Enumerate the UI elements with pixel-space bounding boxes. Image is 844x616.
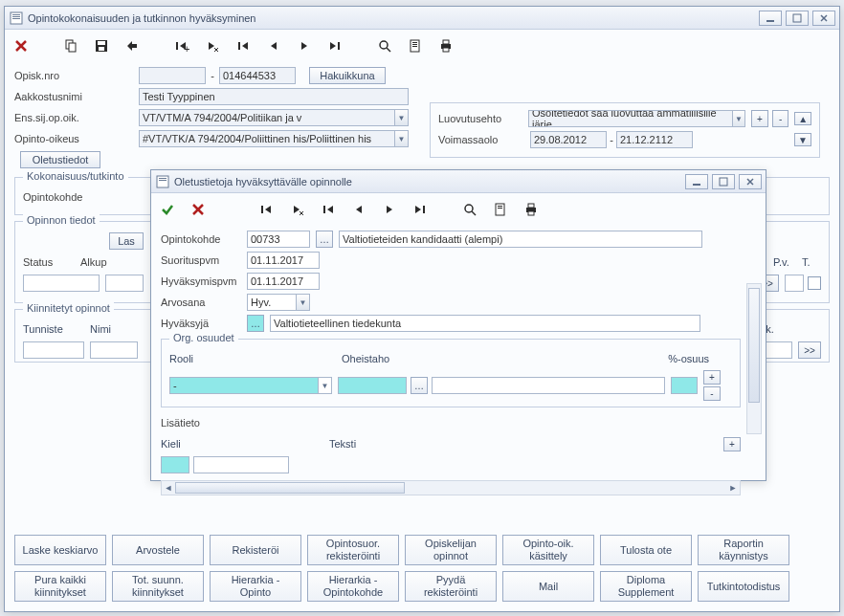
modal-opintokohde-name[interactable]: Valtiotieteiden kandidaatti (alempi) (339, 231, 702, 248)
nav-next-icon[interactable] (379, 199, 400, 220)
save-icon[interactable] (91, 35, 112, 56)
nav-next-icon[interactable] (294, 35, 315, 56)
t-checkbox[interactable] (808, 276, 821, 290)
oletustiedot-button[interactable]: Oletustiedot (20, 151, 100, 168)
nav-prev-icon[interactable] (348, 199, 369, 220)
down-button[interactable]: ▼ (794, 133, 811, 146)
bottom-button-opintosuor-rekister-inti[interactable]: Opintosuor. rekisteröinti (307, 535, 399, 565)
minimize-button[interactable] (685, 174, 708, 189)
close-button[interactable] (812, 11, 835, 26)
opisknro-part2[interactable]: 014644533 (219, 67, 296, 84)
nav-end-icon[interactable] (410, 199, 431, 220)
close-button[interactable] (739, 174, 762, 189)
cancel-icon[interactable] (188, 199, 209, 220)
kieli-field[interactable] (161, 456, 189, 473)
add-button[interactable]: + (723, 437, 741, 451)
nav-next-button[interactable]: >> (798, 341, 821, 359)
bottom-button-tutkintotodistus[interactable]: Tutkintotodistus (698, 571, 789, 602)
print-icon[interactable] (521, 199, 542, 220)
modal-toolbar (151, 193, 766, 226)
export-icon[interactable] (122, 35, 143, 56)
bottom-button-pura-kaikki-kiinnitykset[interactable]: Pura kaikki kiinnitykset (14, 571, 106, 602)
maximize-button[interactable] (786, 11, 809, 26)
document-icon[interactable] (490, 199, 511, 220)
hyvaksyja-field[interactable]: Valtiotieteellinen tiedekunta (270, 315, 700, 332)
bottom-button-tot-suunn-kiinnitykset[interactable]: Tot. suunn. kiinnitykset (112, 571, 204, 602)
bottom-button-hierarkia-opintokohde[interactable]: Hierarkia - Opintokohde (307, 571, 399, 602)
voimassaolo-to[interactable]: 21.12.2112 (616, 131, 693, 148)
status-field[interactable] (23, 275, 100, 292)
scroll-right-icon[interactable]: ► (726, 481, 740, 495)
scroll-thumb[interactable] (175, 482, 405, 494)
modal-opintokohde-code[interactable]: 00733 (247, 231, 310, 248)
maximize-button[interactable] (712, 174, 735, 189)
lookup-button[interactable]: … (247, 315, 264, 332)
kieli-name-field[interactable] (193, 456, 289, 473)
add-button[interactable]: + (751, 110, 768, 127)
enssijopo-field[interactable]: VT/VTM/A 794/2004/Politiikan ja v▼ (139, 109, 409, 126)
bottom-button-arvostele[interactable]: Arvostele (112, 535, 204, 565)
bottom-button-rekister-i[interactable]: Rekisteröi (210, 535, 301, 565)
up-button[interactable]: ▲ (794, 112, 811, 125)
bottom-button-opiskelijan-opinnot[interactable]: Opiskelijan opinnot (405, 535, 497, 565)
remove-button[interactable]: - (703, 386, 721, 401)
lookup-button[interactable]: … (316, 231, 333, 248)
voimassaolo-from[interactable]: 29.08.2012 (530, 131, 607, 148)
bottom-button-pyyd-rekister-inti[interactable]: Pyydä rekisteröinti (405, 571, 497, 602)
nav-first-icon[interactable] (256, 199, 278, 220)
luovutusehto-field[interactable]: Osoitetiedot saa luovuttaa ammatillisill… (528, 110, 745, 127)
chevron-down-icon[interactable]: ▼ (318, 378, 331, 393)
nav-start-icon[interactable] (233, 35, 254, 56)
las-button[interactable]: Las (109, 232, 144, 250)
rooli-field[interactable]: -▼ (169, 377, 332, 394)
copy-icon[interactable] (60, 35, 81, 56)
horizontal-scrollbar[interactable]: ◄ ► (161, 480, 741, 495)
nav-first-icon[interactable]: + (171, 35, 192, 56)
aakkostusnimi-field[interactable]: Testi Tyyppinen (139, 88, 409, 105)
bottom-button-tulosta-ote[interactable]: Tulosta ote (600, 535, 692, 565)
nimi-field[interactable] (90, 341, 138, 359)
bottom-button-mail[interactable]: Mail (502, 571, 594, 602)
bottom-button-hierarkia-opinto[interactable]: Hierarkia - Opinto (210, 571, 301, 602)
opintooikeus-field[interactable]: #VT/VTK/A 794/2004/Poliittinen his/Polii… (139, 130, 409, 147)
bottom-button-laske-keskiarvo[interactable]: Laske keskiarvo (14, 535, 106, 565)
delete-icon[interactable] (11, 35, 32, 56)
tunniste-field[interactable] (23, 341, 84, 359)
oheistaho-code[interactable] (338, 377, 407, 394)
chevron-down-icon[interactable]: ▼ (394, 110, 408, 125)
bottom-button-opinto-oik-k-sittely[interactable]: Opinto-oik. käsittely (502, 535, 594, 565)
svg-rect-15 (176, 42, 178, 50)
chevron-down-icon[interactable]: ▼ (394, 131, 408, 146)
alkup-field[interactable] (105, 275, 144, 292)
add-button[interactable]: + (703, 370, 721, 385)
prososuus-field[interactable] (671, 377, 698, 394)
document-icon[interactable] (405, 35, 426, 56)
status-label: Status (23, 256, 80, 268)
scroll-thumb[interactable] (748, 288, 760, 403)
hyvaksymispvm-field[interactable]: 01.11.2017 (247, 273, 320, 290)
nav-x-icon[interactable] (202, 35, 223, 56)
bottom-button-raportin-k-ynnistys[interactable]: Raportin käynnistys (698, 535, 789, 565)
bottom-button-diploma-supplement[interactable]: Diploma Supplement (600, 571, 692, 602)
nav-start-icon[interactable] (318, 199, 339, 220)
search-icon[interactable] (459, 199, 480, 220)
vertical-scrollbar[interactable] (746, 283, 762, 434)
hakuikkuna-button[interactable]: Hakuikkuna (309, 67, 386, 84)
scroll-left-icon[interactable]: ◄ (162, 481, 175, 495)
search-icon[interactable] (374, 35, 395, 56)
nav-x-icon[interactable] (287, 199, 308, 220)
nav-end-icon[interactable] (324, 35, 345, 56)
remove-button[interactable]: - (772, 110, 789, 127)
suorituspvm-field[interactable]: 01.11.2017 (247, 252, 320, 269)
chevron-down-icon[interactable]: ▼ (732, 111, 745, 126)
minimize-button[interactable] (759, 11, 782, 26)
accept-icon[interactable] (157, 199, 178, 220)
oheistaho-name[interactable] (432, 377, 665, 394)
print-icon[interactable] (435, 35, 456, 56)
pv-field[interactable] (785, 275, 804, 292)
arvosana-field[interactable]: Hyv.▼ (247, 294, 310, 311)
opisknro-part1[interactable] (139, 67, 206, 84)
nav-prev-icon[interactable] (263, 35, 284, 56)
lookup-button[interactable]: … (411, 377, 428, 394)
chevron-down-icon[interactable]: ▼ (296, 295, 309, 310)
